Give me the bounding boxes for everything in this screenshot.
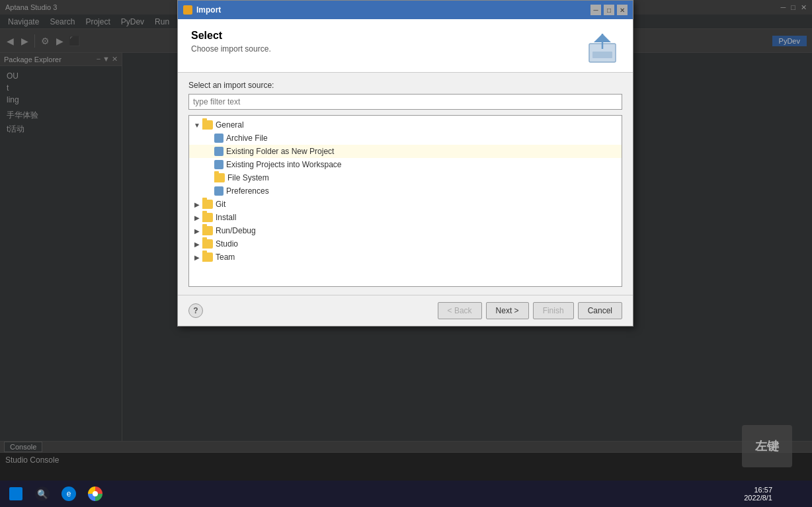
search-icon: 🔍: [35, 487, 50, 501]
folder-icon-rundebug: [202, 226, 213, 235]
dialog-header: Select Choose import source.: [178, 19, 633, 73]
folder-icon-general: [202, 120, 213, 130]
dialog-header-subtitle: Choose import source.: [191, 44, 271, 54]
dialog-window-controls[interactable]: ─ □ ✕: [590, 5, 628, 15]
tree-item-existing-folder[interactable]: Existing Folder as New Project: [189, 145, 622, 158]
tree-toggle-studio[interactable]: ▶: [193, 240, 201, 248]
finish-button[interactable]: Finish: [533, 302, 574, 319]
tree-label-studio: Studio: [216, 239, 238, 249]
import-dialog: Import ─ □ ✕ Select Choose import source…: [177, 0, 633, 327]
tree-label-preferences: Preferences: [226, 186, 269, 196]
import-icon-archive: [214, 134, 223, 143]
dialog-maximize-btn[interactable]: □: [604, 5, 614, 15]
tree-item-install[interactable]: ▶ Install: [189, 211, 622, 224]
taskbar-search-btn[interactable]: 🔍: [30, 482, 54, 506]
folder-icon-team: [202, 253, 213, 262]
taskbar-date: 2022/8/1: [744, 494, 772, 502]
tree-label-existing-projects: Existing Projects into Workspace: [226, 160, 342, 169]
tree-item-studio[interactable]: ▶ Studio: [189, 237, 622, 251]
tree-item-file-system[interactable]: File System: [189, 171, 622, 184]
tree-item-preferences[interactable]: Preferences: [189, 184, 622, 198]
import-icon-existing-projects: [214, 160, 223, 169]
tree-toggle-git[interactable]: ▶: [193, 200, 201, 208]
edge-icon: e: [61, 487, 76, 501]
chrome-icon: [88, 487, 102, 501]
taskbar-clock: 16:57 2022/8/1: [744, 486, 772, 502]
help-button[interactable]: ?: [188, 303, 203, 318]
import-tree: ▼ General Archive File Existing Folder a…: [188, 115, 622, 287]
taskbar-time: 16:57: [754, 486, 772, 494]
tree-label-install: Install: [216, 213, 236, 222]
taskbar-start-btn[interactable]: [4, 482, 28, 506]
dialog-minimize-btn[interactable]: ─: [590, 5, 601, 15]
dialog-title-label: Import: [196, 5, 221, 15]
back-button[interactable]: < Back: [438, 302, 482, 319]
dialog-titlebar: Import ─ □ ✕: [178, 1, 633, 19]
folder-icon-install: [202, 213, 213, 222]
dialog-header-title: Select: [191, 30, 271, 42]
taskbar-chrome-btn[interactable]: [83, 482, 107, 506]
cancel-button[interactable]: Cancel: [578, 302, 622, 319]
dialog-body: Select an import source: ▼ General Archi…: [178, 73, 633, 295]
tree-label-file-system: File System: [227, 173, 269, 182]
import-graphic-icon: [586, 30, 619, 63]
folder-icon-file-system: [214, 173, 225, 182]
footer-left: ?: [188, 303, 203, 318]
footer-right[interactable]: < Back Next > Finish Cancel: [438, 302, 622, 319]
tree-item-git[interactable]: ▶ Git: [189, 198, 622, 211]
tree-label-existing-folder: Existing Folder as New Project: [226, 147, 334, 156]
tree-label-git: Git: [216, 200, 225, 209]
taskbar: 🔍 e 16:57 2022/8/1: [0, 481, 812, 507]
next-button[interactable]: Next >: [486, 302, 529, 319]
taskbar-browser-btn[interactable]: e: [57, 482, 81, 506]
tree-toggle-rundebug[interactable]: ▶: [193, 227, 201, 235]
tree-toggle-install[interactable]: ▶: [193, 214, 201, 221]
tree-toggle-team[interactable]: ▶: [193, 253, 201, 261]
dialog-header-icon: [585, 30, 620, 64]
import-icon-existing-folder: [214, 147, 223, 156]
tree-toggle-general[interactable]: ▼: [193, 121, 201, 129]
tree-item-rundebug[interactable]: ▶ Run/Debug: [189, 224, 622, 237]
tree-label-general: General: [216, 120, 244, 130]
tree-label-rundebug: Run/Debug: [216, 226, 256, 235]
dialog-close-btn[interactable]: ✕: [617, 5, 628, 15]
dialog-footer: ? < Back Next > Finish Cancel: [178, 295, 633, 326]
dialog-header-content: Select Choose import source.: [191, 30, 271, 54]
tree-label-archive-file: Archive File: [226, 134, 268, 143]
import-icon-preferences: [214, 186, 223, 196]
filter-label: Select an import source:: [188, 81, 622, 90]
folder-icon-studio: [202, 239, 213, 249]
folder-icon-git: [202, 200, 213, 209]
dialog-title-text: Import: [183, 5, 221, 15]
start-icon: [9, 487, 22, 500]
tree-item-archive-file[interactable]: Archive File: [189, 132, 622, 145]
tree-item-team[interactable]: ▶ Team: [189, 251, 622, 264]
filter-input[interactable]: [188, 94, 622, 110]
tree-label-team: Team: [216, 253, 235, 262]
svg-rect-3: [592, 52, 612, 58]
tree-item-existing-projects[interactable]: Existing Projects into Workspace: [189, 158, 622, 171]
tree-item-general[interactable]: ▼ General: [189, 118, 622, 132]
dialog-icon: [183, 5, 192, 15]
